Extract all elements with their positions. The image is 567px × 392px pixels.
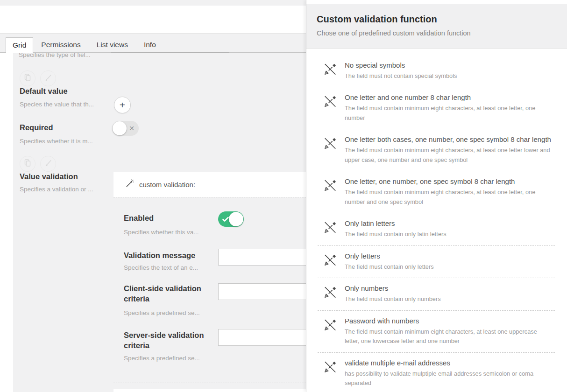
- next-section-edge: [113, 389, 306, 392]
- panel-item-title: Only latin letters: [345, 219, 553, 227]
- main-area: Grid Permissions List views Info Specifi…: [0, 0, 306, 392]
- server-side-helper: Specifies a predefined se...: [124, 355, 200, 362]
- panel-item-desc: The field must contain only numbers: [345, 294, 553, 304]
- add-default-value-button[interactable]: +: [114, 97, 131, 113]
- panel-item[interactable]: No special symbols The field must not co…: [306, 55, 567, 87]
- validation-message-input[interactable]: [218, 249, 306, 266]
- clipped-field-line: [111, 52, 229, 53]
- tab-list-views[interactable]: List views: [89, 37, 136, 52]
- validation-function-list: No special symbols The field must not co…: [306, 49, 567, 392]
- panel-top-edge: [306, 0, 567, 4]
- panel-item-title: Only numbers: [345, 284, 553, 292]
- client-side-input[interactable]: [218, 283, 306, 300]
- cross-icon: ✕: [129, 125, 135, 132]
- panel-item-title: Password with numbers: [345, 317, 553, 325]
- panel-item-desc: The field must contain minimum eight cha…: [345, 104, 553, 123]
- enabled-label: Enabled: [124, 213, 154, 223]
- pen-cross-icon: [323, 94, 338, 110]
- validation-message-helper: Specifies the text of an e...: [124, 264, 198, 271]
- panel-item[interactable]: Only latin letters The field must contai…: [306, 213, 567, 245]
- panel-item[interactable]: One letter, one number, one spec symbol …: [306, 171, 567, 213]
- brush-icon: [43, 73, 53, 84]
- enabled-toggle[interactable]: [218, 211, 244, 227]
- panel-item-title: validate multiple e-mail addresses: [345, 359, 553, 367]
- panel-item-text: No special symbols The field must not co…: [345, 61, 553, 81]
- plus-icon: +: [120, 99, 125, 111]
- panel-item-desc: The field must not contain special symbo…: [345, 71, 553, 81]
- copy-icon: [23, 158, 32, 169]
- required-helper: Specifies whether it is m...: [20, 138, 93, 145]
- panel-item-text: validate multiple e-mail addresses has p…: [345, 359, 553, 388]
- panel-item-desc: The field must contain only letters: [345, 262, 553, 272]
- panel-item[interactable]: Only numbers The field must contain only…: [306, 278, 567, 310]
- check-icon: [222, 217, 229, 222]
- panel-item-text: One letter both cases, one number, one s…: [345, 135, 553, 165]
- pen-cross-icon: [323, 62, 338, 78]
- panel-item-text: One letter, one number, one spec symbol …: [345, 177, 553, 207]
- panel-header: Custom validation function Chose one of …: [306, 4, 567, 49]
- panel-item-text: Only letters The field must contain only…: [345, 252, 553, 272]
- value-validation-title: Value validation: [20, 171, 78, 182]
- left-margin: [0, 53, 13, 392]
- section-divider: [113, 383, 306, 383]
- brush-icon: [43, 158, 53, 169]
- pen-cross-icon: [323, 285, 338, 301]
- toggle-knob: [229, 212, 243, 226]
- panel-item[interactable]: Password with numbers The field must con…: [306, 311, 567, 352]
- toggle-knob: [113, 121, 127, 135]
- panel-item-title: Only letters: [345, 252, 553, 260]
- pen-cross-icon: [323, 220, 338, 236]
- required-toggle[interactable]: ✕: [112, 121, 139, 136]
- panel-subtitle: Chose one of predefined custom validatio…: [317, 29, 555, 37]
- panel-item-desc: The field must contain minimum eight cha…: [345, 188, 553, 207]
- edit-field-button[interactable]: [40, 70, 56, 86]
- copy-validation-button[interactable]: [20, 156, 35, 172]
- panel-item-title: One letter, one number, one spec symbol …: [345, 177, 553, 185]
- panel-item-text: Only latin letters The field must contai…: [345, 219, 553, 239]
- server-side-label: Server-side validation criteria: [124, 330, 207, 350]
- pen-cross-icon: [323, 360, 338, 376]
- copy-icon: [23, 73, 32, 84]
- panel-item-text: Only numbers The field must contain only…: [345, 284, 553, 304]
- copy-field-button[interactable]: [20, 70, 35, 86]
- custom-validation-header: custom validation:: [113, 172, 306, 197]
- custom-validation-label: custom validation:: [139, 181, 195, 189]
- value-validation-helper: Specifies a validation or ...: [20, 186, 93, 193]
- client-side-label: Client-side validation criteria: [124, 283, 207, 304]
- enabled-helper: Specifies whether this va...: [124, 229, 199, 236]
- tab-info[interactable]: Info: [136, 37, 164, 52]
- magic-wand-icon: [125, 179, 134, 190]
- edit-validation-button[interactable]: [40, 156, 56, 172]
- tab-permissions[interactable]: Permissions: [33, 37, 88, 52]
- panel-item-desc: The field must contain only latin letter…: [345, 230, 553, 239]
- panel-item-title: No special symbols: [345, 61, 553, 69]
- default-value-title: Default value: [20, 86, 68, 96]
- pen-cross-icon: [323, 178, 338, 194]
- pen-cross-icon: [323, 318, 338, 334]
- panel-item-desc: The field must contain minimum eight cha…: [345, 146, 553, 165]
- panel-item[interactable]: One letter and one number 8 char length …: [306, 87, 567, 129]
- panel-title: Custom validation function: [317, 14, 555, 25]
- tab-grid[interactable]: Grid: [6, 37, 33, 53]
- panel-item-title: One letter both cases, one number, one s…: [345, 135, 553, 143]
- default-value-helper: Species the value that th...: [20, 101, 94, 108]
- panel-item[interactable]: Only letters The field must contain only…: [306, 246, 567, 278]
- toolbar: [0, 6, 306, 34]
- server-side-input[interactable]: [218, 329, 306, 346]
- panel-item[interactable]: One letter both cases, one number, one s…: [306, 129, 567, 171]
- required-title: Required: [20, 122, 53, 133]
- validation-message-label: Validation message: [124, 250, 195, 260]
- panel-item-text: Password with numbers The field must con…: [345, 317, 553, 346]
- client-side-helper: Specifies a predefined se...: [124, 309, 200, 316]
- panel-item[interactable]: validate multiple e-mail addresses has p…: [306, 353, 567, 392]
- pen-cross-icon: [323, 253, 338, 269]
- custom-validation-panel: Custom validation function Chose one of …: [306, 0, 567, 392]
- panel-item-desc: The field must contain minimum eight cha…: [345, 327, 553, 346]
- panel-item-desc: has possibility to validate mulptiple em…: [345, 369, 553, 388]
- tab-bar: Grid Permissions List views Info: [0, 37, 306, 53]
- panel-item-title: One letter and one number 8 char length: [345, 93, 553, 101]
- panel-item-text: One letter and one number 8 char length …: [345, 93, 553, 123]
- pen-cross-icon: [323, 136, 338, 152]
